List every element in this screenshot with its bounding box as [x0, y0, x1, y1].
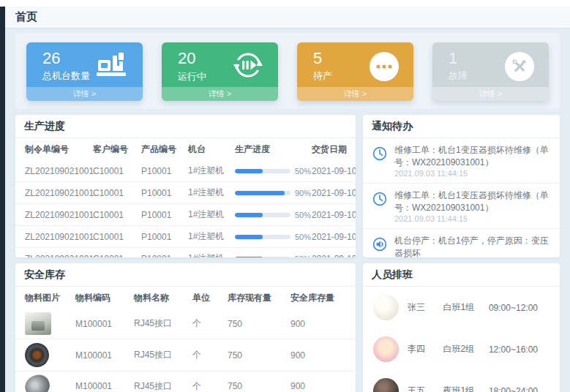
machine-cell: 1#注塑机: [185, 182, 232, 204]
main-area: 首页 26 总机台数量: [5, 7, 570, 392]
column-header: 单位: [190, 287, 225, 309]
card-value: 1: [449, 50, 468, 67]
staff-time: 18:00~24:00: [489, 386, 550, 392]
column-header: 物料编码: [72, 287, 131, 309]
machine-cell: 1#注塑机: [185, 226, 232, 248]
column-header: 机台: [185, 138, 232, 160]
table-row: ZL202109021001 C10001 P10001 1#注塑机 50%: [15, 226, 356, 248]
name-cell: RJ45接口: [131, 309, 190, 339]
machine-cell: 1#注塑机: [185, 160, 232, 182]
safety-cell: 900: [288, 372, 356, 392]
panel-title: 通知待办: [363, 115, 560, 138]
progress-bar: [235, 191, 290, 195]
date-cell: 2021-09-10: [309, 160, 356, 182]
column-header: 制令单编号: [15, 138, 90, 160]
avatar: [373, 295, 399, 320]
card-detail-link[interactable]: 详情 >: [432, 87, 549, 101]
card-pending[interactable]: 5 待产 详情 >: [297, 42, 413, 101]
panel-title: 安全库存: [15, 263, 356, 287]
product-cell: P10001: [138, 226, 185, 248]
name-cell: RJ45接口: [131, 372, 190, 392]
code-cell: M100001: [72, 339, 131, 372]
avatar: [373, 378, 399, 392]
date-cell: 2021-09-10: [309, 204, 356, 226]
card-running[interactable]: 20 运行中: [162, 42, 278, 101]
page-header: 首页: [5, 7, 570, 29]
progress-label: 50%: [295, 233, 311, 241]
order-cell: ZL202109021001: [15, 204, 90, 226]
column-header: 交货日期: [309, 138, 356, 160]
schedule-row: 王五 夜班1组 18:00~24:00: [363, 370, 560, 392]
staff-name: 王五: [408, 385, 434, 392]
notification-item[interactable]: 机台停产：机台1停产，停产原因：变压器损坏 2021.09.03 11:44:1…: [363, 229, 560, 257]
notification-item[interactable]: 维修工单：机台1变压器损坏待维修（单号：WX202109031001） 2021…: [363, 184, 560, 229]
progress-cell: 50%: [232, 226, 309, 248]
card-fault[interactable]: 1 故障 详情 >: [432, 42, 549, 101]
progress-label: 50%: [295, 255, 311, 258]
customer-cell: C10001: [90, 204, 138, 226]
schedule-row: 张三 白班1组 09:00~12:00: [363, 287, 560, 328]
staff-shift: 夜班1组: [443, 385, 479, 392]
speaker-icon: [372, 235, 388, 257]
machine-icon: [94, 51, 128, 82]
staff-schedule-panel: 人员排班 张三 白班1组 09:00~12:00 李四 白班2组 12:00~1…: [363, 263, 560, 392]
progress-cell: 90%: [232, 182, 309, 204]
column-header: 库存现有量: [225, 287, 288, 309]
progress-bar: [235, 257, 290, 258]
notification-item[interactable]: 维修工单：机台1变压器损坏待维修（单号：WX202109031001） 2021…: [363, 138, 560, 184]
column-header: 物料名称: [131, 287, 190, 309]
code-cell: M100001: [72, 372, 131, 392]
card-label: 总机台数量: [42, 69, 90, 83]
table-row: ZL202109021001 C10001 P10001 1#注塑机 90%: [15, 182, 356, 204]
clock-icon: [372, 189, 388, 223]
column-header: 物料图片: [15, 287, 72, 309]
staff-shift: 白班1组: [443, 301, 479, 314]
card-value: 26: [42, 50, 90, 67]
notification-time: 2021.09.03 11:44:15: [394, 169, 551, 178]
page-title: 首页: [15, 10, 37, 24]
product-cell: P10001: [138, 182, 185, 204]
card-value: 5: [313, 50, 332, 67]
staff-time: 12:00~16:00: [489, 344, 550, 355]
table-row: ZL202109021001 C10001 P10001 1#注塑机 50%: [15, 248, 356, 258]
card-body: 5 待产: [297, 42, 413, 83]
panel-title: 人员排班: [363, 263, 560, 287]
progress-cell: 50%: [232, 248, 309, 258]
customer-cell: C10001: [90, 160, 138, 182]
card-detail-link[interactable]: 详情 >: [297, 87, 413, 101]
date-cell: 2021-09-10: [309, 226, 356, 248]
safety-stock-panel: 安全库存 物料图片 物料编码 物料名称 单位 库存: [15, 263, 356, 392]
safety-cell: 900: [288, 309, 356, 339]
card-body: 26 总机台数量: [26, 42, 143, 83]
card-detail-link[interactable]: 详情 >: [26, 87, 143, 101]
name-cell: RJ45接口: [131, 339, 190, 372]
order-cell: ZL202109021001: [15, 226, 90, 248]
machine-cell: 1#注塑机: [185, 248, 232, 258]
notification-text: 维修工单：机台1变压器损坏待维修（单号：WX202109031001）: [394, 189, 551, 214]
unit-cell: 个: [190, 372, 225, 392]
card-label: 故障: [449, 69, 468, 83]
order-cell: ZL202109021001: [15, 160, 90, 182]
speaker-front-image: [25, 343, 49, 367]
table-row: ZL202109021001 C10001 P10001 1#注塑机 50%: [15, 204, 356, 226]
production-progress-panel: 生产进度 制令单编号 客户编号 产品编号 机台 生: [15, 115, 356, 257]
table-header-row: 物料图片 物料编码 物料名称 单位 库存现有量 安全库存量: [15, 287, 356, 309]
product-cell: P10001: [138, 204, 185, 226]
card-detail-link[interactable]: 详情 >: [162, 87, 278, 101]
product-cell: P10001: [138, 248, 185, 258]
collapsed-sidebar: [0, 7, 5, 392]
card-total-machines[interactable]: 26 总机台数量: [26, 42, 143, 101]
table-header-row: 制令单编号 客户编号 产品编号 机台 生产进度 交货日期: [15, 138, 356, 160]
column-header: 客户编号: [90, 138, 138, 160]
table-row: M100001 RJ45接口 个 750 900: [15, 339, 356, 372]
progress-label: 50%: [295, 211, 311, 219]
card-label: 运行中: [178, 70, 206, 83]
safety-cell: 900: [288, 339, 356, 372]
unit-cell: 个: [190, 309, 225, 339]
date-cell: 2021-09-10: [309, 182, 356, 204]
machine-cell: 1#注塑机: [185, 204, 232, 226]
notification-text: 维修工单：机台1变压器损坏待维修（单号：WX202109031001）: [394, 144, 551, 168]
card-label: 待产: [313, 69, 332, 83]
notifications-panel: 通知待办 维修工单：机台1变压器损坏待维修（单号：WX202109031001）…: [363, 115, 560, 257]
schedule-row: 李四 白班2组 12:00~16:00: [363, 328, 560, 370]
